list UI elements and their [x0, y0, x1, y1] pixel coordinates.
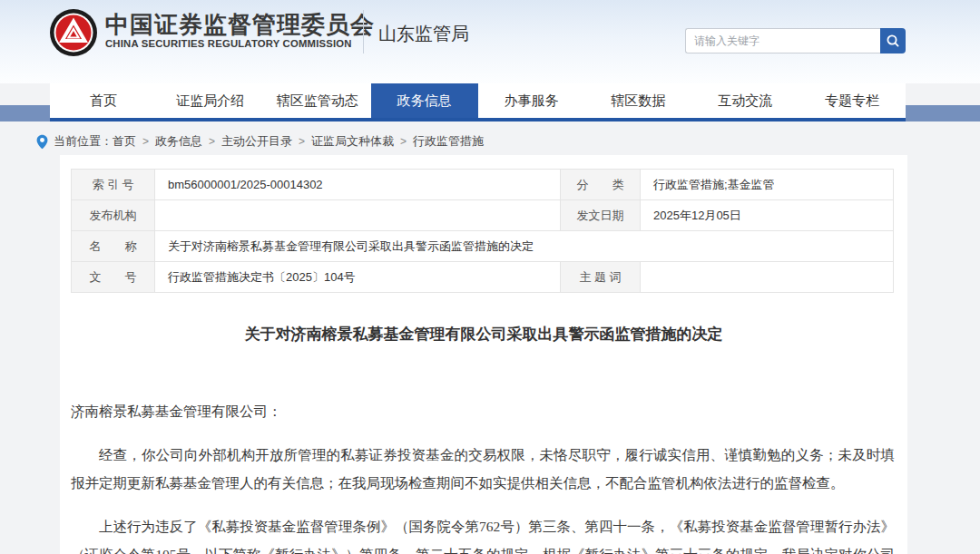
meta-row-issuer: 发布机构 发文日期 2025年12月05日: [72, 200, 894, 231]
header-divider: [363, 10, 364, 53]
breadcrumb-separator: >: [209, 135, 215, 148]
meta-row-doc-number: 文 号 行政监管措施决定书〔2025〕104号 主 题 词: [72, 262, 894, 293]
breadcrumb-separator: >: [142, 135, 149, 148]
meta-label-doc-number: 文 号: [72, 262, 155, 293]
nav-tab-interaction[interactable]: 互动交流: [691, 83, 799, 118]
document-paragraph: 经查，你公司向外部机构开放所管理的私募证券投资基金的交易权限，未恪尽职守，履行诚…: [71, 441, 895, 497]
document-title: 关于对济南榕景私募基金管理有限公司采取出具警示函监管措施的决定: [60, 324, 907, 345]
org-name-en: CHINA SECURITIES REGULATORY COMMISSION: [105, 38, 375, 49]
breadcrumb-separator: >: [400, 135, 407, 148]
document-paragraph: 上述行为违反了《私募投资基金监督管理条例》（国务院令第762号）第三条、第四十一…: [71, 512, 895, 554]
breadcrumb-government-info[interactable]: 政务信息: [155, 133, 202, 150]
nav-tab-services[interactable]: 办事服务: [478, 83, 585, 118]
breadcrumb-regulatory-measures[interactable]: 行政监管措施: [413, 133, 484, 150]
meta-value-issuing-agency: [155, 200, 561, 231]
page: 中国证券监督管理委员会 CHINA SECURITIES REGULATORY …: [0, 0, 980, 554]
org-names: 中国证券监督管理委员会 CHINA SECURITIES REGULATORY …: [105, 12, 375, 49]
nav-tab-special-columns[interactable]: 专题专栏: [799, 83, 906, 118]
document-body: 济南榕景私募基金管理有限公司： 经查，你公司向外部机构开放所管理的私募证券投资基…: [71, 397, 895, 554]
meta-value-subject-words: [641, 262, 894, 293]
nav-tab-bureau-intro[interactable]: 证监局介绍: [157, 83, 264, 118]
meta-label-issuing-agency: 发布机构: [72, 200, 155, 231]
meta-value-index-number: bm56000001/2025-00014302: [155, 170, 561, 200]
meta-value-category: 行政监管措施;基金监管: [641, 170, 894, 200]
location-pin-icon: [36, 134, 48, 150]
meta-value-doc-number: 行政监管措施决定书〔2025〕104号: [155, 262, 561, 293]
nav-tab-home[interactable]: 首页: [50, 83, 157, 118]
nav-tab-regional-data[interactable]: 辖区数据: [584, 83, 691, 118]
meta-value-issue-date: 2025年12月05日: [641, 200, 894, 231]
document-salutation: 济南榕景私募基金管理有限公司：: [71, 397, 895, 425]
nav-tab-regional-updates[interactable]: 辖区监管动态: [264, 83, 371, 118]
meta-value-title: 关于对济南榕景私募基金管理有限公司采取出具警示函监管措施的决定: [155, 231, 894, 262]
search-input[interactable]: [685, 28, 880, 53]
breadcrumb-document-types[interactable]: 证监局文种体裁: [311, 133, 394, 150]
breadcrumb: 当前位置： 首页 > 政务信息 > 主动公开目录 > 证监局文种体裁 > 行政监…: [36, 133, 484, 150]
meta-label-title: 名 称: [72, 231, 155, 262]
csrc-logo-icon: [49, 8, 98, 57]
nav-tab-government-info[interactable]: 政务信息: [371, 83, 478, 118]
site-header: 中国证券监督管理委员会 CHINA SECURITIES REGULATORY …: [0, 0, 980, 83]
nav-underline: [50, 118, 906, 121]
meta-label-category: 分 类: [561, 170, 641, 200]
meta-label-issue-date: 发文日期: [561, 200, 641, 231]
breadcrumb-separator: >: [299, 135, 305, 148]
search-icon: [886, 34, 900, 48]
content-card: 索 引 号 bm56000001/2025-00014302 分 类 行政监管措…: [60, 155, 907, 554]
search-box: [685, 28, 906, 53]
nav-band-left: [0, 105, 50, 121]
breadcrumb-prefix: 当前位置：: [54, 133, 113, 150]
meta-label-index-number: 索 引 号: [72, 170, 155, 200]
meta-row-title: 名 称 关于对济南榕景私募基金管理有限公司采取出具警示函监管措施的决定: [72, 231, 894, 262]
search-button[interactable]: [880, 28, 906, 53]
nav-band-right: [906, 105, 980, 121]
bureau-name: 山东监管局: [378, 22, 469, 46]
org-name-cn: 中国证券监督管理委员会: [105, 12, 375, 37]
meta-label-subject-words: 主 题 词: [561, 262, 641, 293]
meta-row-index: 索 引 号 bm56000001/2025-00014302 分 类 行政监管措…: [72, 170, 894, 200]
breadcrumb-disclosure-catalog[interactable]: 主动公开目录: [221, 133, 292, 150]
main-nav: 首页 证监局介绍 辖区监管动态 政务信息 办事服务 辖区数据 互动交流 专题专栏: [50, 83, 906, 118]
document-meta-table: 索 引 号 bm56000001/2025-00014302 分 类 行政监管措…: [71, 169, 894, 293]
breadcrumb-home[interactable]: 首页: [113, 133, 136, 150]
